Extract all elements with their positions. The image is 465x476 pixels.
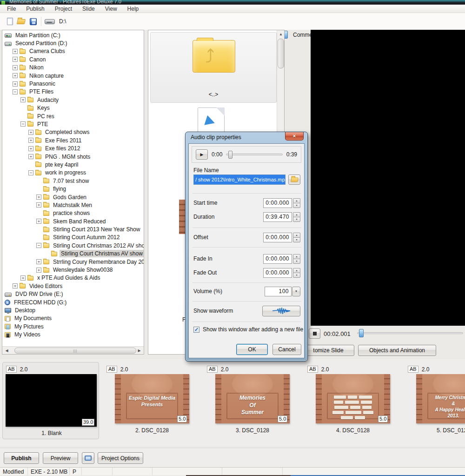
- play-button[interactable]: ▶: [196, 149, 208, 160]
- expand-icon[interactable]: +: [36, 194, 41, 200]
- tree-item[interactable]: DVD RW Drive (E:): [2, 290, 144, 298]
- slide-item[interactable]: AB2.0Merry Christmas & A Happy Healthy 2…: [404, 362, 465, 442]
- player-seek-slider[interactable]: [226, 154, 282, 155]
- expand-icon[interactable]: +: [36, 268, 41, 273]
- tree-item[interactable]: +Audacity: [2, 96, 144, 104]
- spinner-control[interactable]: ▲▼: [293, 268, 300, 278]
- spin-down-icon[interactable]: ▼: [293, 237, 300, 242]
- tree-item[interactable]: pte key 4april: [2, 161, 144, 168]
- spin-down-icon[interactable]: ▼: [293, 203, 300, 208]
- tree-item[interactable]: Main Partition (C:): [2, 31, 144, 39]
- tree-horizontal-scrollbar[interactable]: ◀ ||| ▶: [2, 346, 144, 354]
- tree-item[interactable]: Desktop: [2, 306, 144, 314]
- tree-item[interactable]: +PNG . MGM shots: [2, 153, 144, 161]
- spin-down-icon[interactable]: ▼: [293, 217, 300, 222]
- spinner-control[interactable]: ▲▼: [293, 254, 300, 264]
- offset-input[interactable]: 0:00.000: [263, 233, 292, 242]
- browse-button[interactable]: [288, 174, 300, 185]
- expand-icon[interactable]: +: [13, 81, 18, 87]
- ab-transition-badge[interactable]: AB: [207, 366, 218, 373]
- new-project-button[interactable]: [5, 16, 15, 27]
- tree-item[interactable]: +x PTE Aud Guides & Aids: [2, 274, 144, 282]
- fade-in-input[interactable]: 0:00.000: [263, 254, 292, 264]
- collapse-icon[interactable]: −: [13, 89, 18, 94]
- tree-item[interactable]: +Nikon capture: [2, 72, 144, 80]
- customize-slide-button[interactable]: tomize Slide: [302, 345, 354, 356]
- publish-button[interactable]: Publish: [4, 452, 39, 464]
- expand-icon[interactable]: +: [13, 65, 18, 70]
- show-waveform-button[interactable]: [262, 306, 300, 316]
- slide-item[interactable]: AB2.0Espic Digital Media Presents5.02. D…: [103, 362, 201, 442]
- collapse-icon[interactable]: −: [20, 121, 26, 127]
- tree-item[interactable]: 7.07 test show: [2, 177, 144, 185]
- tree-item[interactable]: +Skem Band Reduced: [2, 217, 144, 225]
- file-name-input[interactable]: / show 2012\Intro_White_Christmas.mp3: [193, 174, 286, 185]
- expand-icon[interactable]: +: [36, 259, 41, 264]
- spin-down-icon[interactable]: ▼: [293, 273, 300, 278]
- menu-item-project[interactable]: Project: [50, 5, 77, 13]
- tree-item[interactable]: Stirling Court 2013 New Year Show: [2, 225, 144, 233]
- tree-item[interactable]: +Canon: [2, 55, 144, 63]
- spin-down-icon[interactable]: ▼: [293, 259, 300, 264]
- tree-item[interactable]: +Video Editors: [2, 282, 144, 290]
- open-project-button[interactable]: [16, 16, 26, 27]
- tree-item[interactable]: −PTE Files: [2, 88, 144, 96]
- expand-icon[interactable]: +: [20, 97, 26, 102]
- spin-up-icon[interactable]: ▲: [293, 198, 300, 203]
- tree-scrollbar-thumb[interactable]: |||: [14, 348, 136, 354]
- playback-slider-thumb[interactable]: [359, 329, 364, 337]
- project-options-button[interactable]: Project Options: [98, 452, 143, 464]
- spinner-control[interactable]: ▲▼: [293, 212, 300, 222]
- tree-item[interactable]: Second Partition (D:): [2, 39, 144, 47]
- scroll-left-icon[interactable]: ◀: [3, 348, 10, 354]
- slide-item[interactable]: AB2.0Memories Of Summer5.03. DSC_0128: [203, 362, 302, 442]
- collapse-icon[interactable]: −: [28, 170, 33, 175]
- collapse-icon[interactable]: −: [36, 243, 41, 248]
- ok-button[interactable]: OK: [236, 344, 268, 355]
- spin-up-icon[interactable]: ▲: [293, 212, 300, 217]
- expand-icon[interactable]: +: [28, 146, 33, 151]
- expand-icon[interactable]: +: [13, 57, 18, 62]
- tree-item[interactable]: +Exe Files 2011: [2, 136, 144, 144]
- expand-icon[interactable]: +: [13, 283, 18, 288]
- menu-item-publish[interactable]: Publish: [21, 5, 49, 13]
- tree-item[interactable]: +Exe files 2012: [2, 144, 144, 152]
- expand-icon[interactable]: +: [36, 219, 41, 224]
- preview-button[interactable]: Preview: [43, 452, 78, 464]
- tree-item[interactable]: −work in progress: [2, 169, 144, 177]
- quick-preview-button[interactable]: [82, 452, 94, 464]
- tree-item[interactable]: −PTE: [2, 120, 144, 128]
- tree-item[interactable]: +Nikon: [2, 64, 144, 72]
- spin-up-icon[interactable]: ▲: [293, 254, 300, 259]
- tree-item[interactable]: PC res: [2, 112, 144, 120]
- menu-item-help[interactable]: Help: [122, 5, 144, 13]
- spin-up-icon[interactable]: ▲: [293, 233, 300, 237]
- expand-icon[interactable]: +: [28, 154, 33, 159]
- scroll-right-icon[interactable]: ▶: [136, 348, 143, 354]
- tree-item[interactable]: Stirling Court Autunm 2012: [2, 234, 144, 241]
- ab-transition-badge[interactable]: AB: [6, 366, 17, 373]
- ab-transition-badge[interactable]: AB: [307, 366, 318, 373]
- slide-thumbnail-photo[interactable]: Merry Christmas & A Happy Healthy 2013.: [416, 374, 465, 423]
- expand-icon[interactable]: +: [13, 73, 18, 78]
- menu-item-file[interactable]: File: [2, 5, 21, 13]
- tree-item[interactable]: +Camera Clubs: [2, 47, 144, 55]
- tree-item[interactable]: +Matchstalk Men: [2, 201, 144, 209]
- spin-up-icon[interactable]: ▲: [293, 268, 300, 273]
- menu-item-slide[interactable]: Slide: [77, 5, 100, 13]
- close-icon[interactable]: ×: [285, 132, 304, 141]
- tree-item[interactable]: practice shows: [2, 209, 144, 217]
- save-project-button[interactable]: [28, 16, 38, 27]
- ab-transition-badge[interactable]: AB: [106, 366, 117, 373]
- tree-item[interactable]: My Documents: [2, 315, 144, 322]
- spinner-control[interactable]: ▲▼: [293, 198, 300, 208]
- cancel-button[interactable]: Cancel: [272, 344, 301, 355]
- tree-item[interactable]: Keys: [2, 104, 144, 112]
- volume-input[interactable]: 100: [265, 287, 292, 296]
- tree-item[interactable]: My Pictures: [2, 322, 144, 330]
- drive-selector-button[interactable]: [45, 16, 55, 27]
- volume-dropdown-icon[interactable]: ▼: [292, 287, 300, 296]
- objects-and-animation-button[interactable]: Objects and Animation: [358, 345, 436, 356]
- menu-item-view[interactable]: View: [100, 5, 122, 13]
- expand-icon[interactable]: +: [13, 49, 18, 54]
